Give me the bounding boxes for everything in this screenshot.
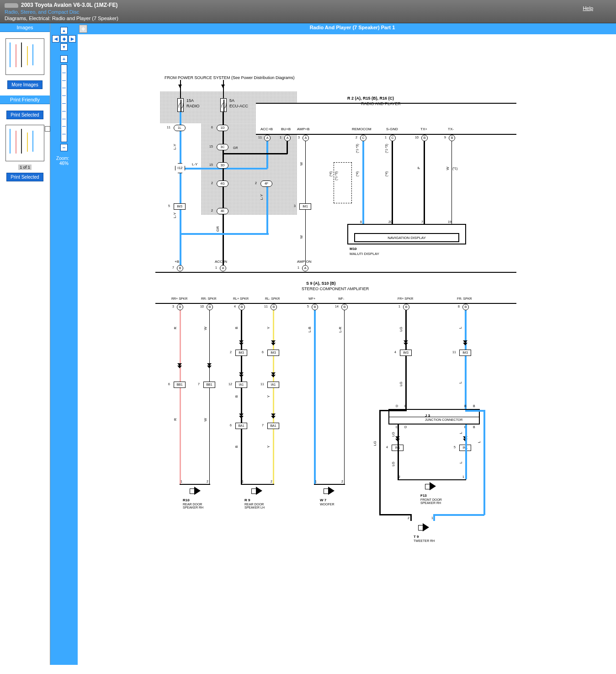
diagram-canvas[interactable]: FROM POWER SOURCE SYSTEM (See Power Dist…	[78, 34, 616, 665]
vehicle-title: 2003 Toyota Avalon V6-3.0L (1MZ-FE)	[21, 2, 117, 8]
amp-refs: S 9 (A), S10 (B)	[306, 281, 336, 286]
print-selected-button-top[interactable]: Print Selected	[6, 111, 43, 119]
help-link[interactable]: Help	[583, 5, 593, 11]
nav-display: NAVIGATION DISPLAY	[354, 233, 459, 242]
conn-4g: 4G	[217, 180, 228, 187]
dotted-note	[334, 162, 352, 203]
conn-i12: I12	[175, 163, 185, 173]
conn-4e: 4E	[217, 208, 228, 214]
conn-3c: 3C	[217, 144, 228, 150]
zoom-slider[interactable]	[61, 64, 67, 142]
images-header: Images	[0, 23, 50, 32]
print-selected-button-bottom[interactable]: Print Selected	[6, 173, 43, 181]
car-icon	[5, 3, 18, 8]
fuse-radio	[177, 98, 184, 112]
speaker-t9	[418, 523, 432, 531]
sidebar: Images More Images Print Friendly Print …	[0, 23, 50, 665]
page-indicator: 1 of 1	[18, 165, 32, 170]
speaker-f13	[425, 482, 439, 490]
source-note: FROM POWER SOURCE SYSTEM (See Power Dist…	[165, 75, 295, 80]
zoom-label: Zoom:	[56, 156, 69, 161]
pin-txp: TX+	[420, 127, 427, 131]
pan-down-button[interactable]: ▼	[60, 43, 68, 51]
section-title: Radio, Stereo, and Compact Disc	[5, 9, 118, 15]
zoom-in-button[interactable]: +	[60, 55, 68, 63]
pan-right-button[interactable]: ▶	[69, 35, 76, 42]
pan-center-button[interactable]: ◆	[60, 35, 68, 42]
diagram-title: Radio And Player (7 Speaker) Part 1	[90, 25, 615, 33]
pin-ampb: AMP+B	[297, 127, 309, 131]
conn-im3-left: IM3	[174, 203, 186, 210]
pin-txm: TX-	[448, 127, 454, 131]
image-thumb[interactable]	[5, 38, 44, 75]
pin-circle: A	[264, 135, 271, 141]
pan-up-button[interactable]: ▲	[60, 27, 68, 34]
pan-left-button[interactable]: ◀	[52, 35, 59, 42]
print-header: Print Friendly	[0, 96, 50, 104]
conn-im1: IM1	[299, 203, 311, 210]
radio-name: RADIO AND PLAYER	[361, 101, 401, 106]
speaker-r9	[251, 487, 265, 495]
breadcrumb: Diagrams, Electrical: Radio and Player (…	[5, 16, 118, 21]
amp-name: STEREO COMPONENT AMPLIFIER	[302, 287, 369, 291]
radio-refs: R 2 (A), R15 (B), R16 (C)	[347, 96, 394, 101]
pin-sgnd: S-GND	[386, 127, 398, 131]
pin-accb: ACC+B	[260, 127, 273, 131]
print-thumb[interactable]	[5, 125, 44, 161]
zoom-panel: ▲ ◀ ◆ ▶ ▼ + − Zoom: 46%	[50, 23, 78, 665]
diagram-viewer: ✥ Radio And Player (7 Speaker) Part 1 FR…	[78, 23, 616, 665]
pin-remocom: REMOCOM	[352, 127, 372, 131]
zoom-out-button[interactable]: −	[60, 144, 68, 151]
conn-1l: 1L	[174, 125, 186, 131]
conn-bb1-1: BB1	[174, 382, 186, 388]
speaker-r10	[190, 487, 203, 495]
conn-4f: 4F	[260, 180, 272, 187]
pin-bub: BU+B	[281, 127, 291, 131]
fuse1-rating: 15A	[186, 98, 194, 103]
conn-bb1-2: BB1	[203, 382, 215, 388]
fuse2-name: ECU-ACC	[229, 104, 248, 108]
conn-3d: 3D	[217, 162, 228, 169]
app-header: 2003 Toyota Avalon V6-3.0L (1MZ-FE) Radi…	[0, 0, 616, 23]
conn-1d: 1D	[217, 125, 228, 131]
zoom-value: 46%	[59, 161, 69, 166]
print-checkbox[interactable]	[45, 126, 50, 132]
fuse1-name: RADIO	[186, 104, 200, 108]
drag-handle-icon[interactable]: ✥	[79, 25, 87, 33]
fuse2-rating: 5A	[229, 98, 234, 103]
more-images-button[interactable]: More Images	[7, 80, 42, 89]
fuse-ecuacc	[220, 98, 227, 112]
speaker-w7	[324, 487, 337, 495]
